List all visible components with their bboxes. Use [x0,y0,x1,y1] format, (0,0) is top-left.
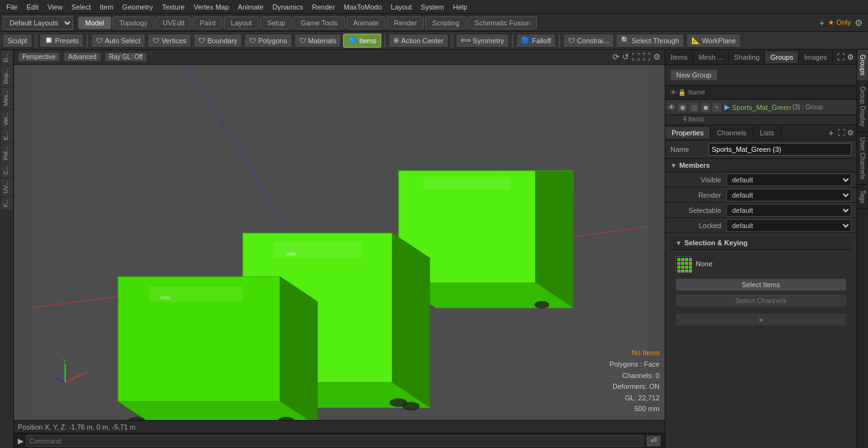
menu-animate[interactable]: Animate [234,2,267,12]
rp-tab-items[interactable]: Items [665,51,693,63]
action-center-button[interactable]: ⊕ Action Center [388,34,449,48]
props-tab-lists[interactable]: Lists [754,127,782,139]
rp-expand-icon[interactable]: ⛶ [837,53,844,62]
falloff-button[interactable]: 🔵 Falloff [516,34,556,48]
reset-icon[interactable]: ↺ [622,52,629,62]
settings-vp-icon[interactable]: ⚙ [653,52,661,62]
rvtab-tags[interactable]: Tags [857,185,868,209]
group-eye-icon[interactable]: 👁 [668,103,675,112]
left-tab-mesh[interactable]: Mes... [1,88,13,109]
tab-setup[interactable]: Setup [260,17,292,29]
boundary-button[interactable]: 🛡 Boundary [193,34,242,48]
menu-system[interactable]: System [417,2,448,12]
tab-scripting[interactable]: Scripting [425,17,466,29]
selectable-select[interactable]: default [726,204,851,217]
command-exec-button[interactable]: ⏎ [646,435,661,447]
rp-tab-groups[interactable]: Groups [765,51,799,63]
group-icon-3[interactable]: ◼ [700,102,710,112]
group-icon-4[interactable]: + [712,102,722,112]
left-tab-vert[interactable]: Ver... [1,110,13,128]
expand-viewport-icon[interactable]: ⛶ [642,52,651,62]
tab-schematic-fusion[interactable]: Schematic Fusion [468,17,537,29]
left-tab-c[interactable]: C... [1,163,13,177]
materials-button[interactable]: 🛡 Materials [294,34,342,48]
props-add-button[interactable]: + [825,128,837,138]
locked-select[interactable]: default [726,219,851,232]
props-expand-icon[interactable]: ⛶ [837,128,845,137]
tab-uvedit[interactable]: UVEdit [156,17,191,29]
layout-dropdown[interactable]: Default Layouts [3,16,73,30]
rp-settings-icon[interactable]: ⚙ [847,53,854,62]
menu-dynamics[interactable]: Dynamics [269,2,307,12]
menu-item[interactable]: Item [96,2,117,12]
left-tab-dup[interactable]: Dup... [1,66,13,86]
presets-button[interactable]: 🔲 Presets [39,34,84,48]
polygons-button[interactable]: 🛡 Polygons [244,34,292,48]
name-field-input[interactable] [709,143,851,156]
group-list-item[interactable]: 👁 ▣ ◻ ◼ + ▶ Sports_Mat_Green (3) : Group [665,100,857,115]
group-icon-2[interactable]: ◻ [689,102,699,112]
menu-edit[interactable]: Edit [23,2,43,12]
select-items-button[interactable]: Select Items [675,278,846,291]
viewport-3d[interactable]: nav nav [14,65,665,420]
plus-icon[interactable]: + [819,18,824,28]
new-group-button[interactable]: New Group [670,69,717,81]
auto-select-button[interactable]: 🛡 Auto Select [91,34,146,48]
rvtab-user-channels[interactable]: User Channels [857,132,868,185]
tab-render[interactable]: Render [387,17,424,29]
menu-layout[interactable]: Layout [387,2,416,12]
tab-game-tools[interactable]: Game Tools [294,17,345,29]
advanced-button[interactable]: Advanced [64,52,100,62]
vertices-button[interactable]: 🛡 Vertices [147,34,191,48]
menu-geometry[interactable]: Geometry [118,2,156,12]
left-tab-pol[interactable]: Pol... [1,144,13,163]
members-section-header[interactable]: ▼ Members [665,159,857,172]
items-button[interactable]: 🔷 Items [343,34,381,48]
symmetry-button[interactable]: ⟺ Symmetry [456,34,510,48]
menu-texture[interactable]: Texture [158,2,189,12]
eye-col-icon: 👁 [670,89,677,96]
visible-select[interactable]: default [726,173,851,186]
rp-tab-images[interactable]: Images [799,51,832,63]
left-tab-f[interactable]: F... [1,197,13,210]
menu-maxtomode[interactable]: MaxToModo [340,2,386,12]
rp-tab-shading[interactable]: Shading [729,51,765,63]
props-gear-icon[interactable]: ⚙ [847,128,854,137]
rp-tab-mesh[interactable]: Mesh ... [693,51,729,63]
menu-help[interactable]: Help [449,2,471,12]
menu-file[interactable]: File [3,2,22,12]
workplane-button[interactable]: 📐 WorkPlane [686,34,742,48]
render-select[interactable]: default [726,189,851,201]
settings-icon[interactable]: ⚙ [855,18,863,28]
menu-select[interactable]: Select [67,2,95,12]
ray-gl-button[interactable]: Ray GL: Off [105,52,147,62]
tab-animate[interactable]: Animate [346,17,386,29]
menu-render[interactable]: Render [308,2,339,12]
expand-button[interactable]: » [675,313,846,326]
menu-view[interactable]: View [44,2,67,12]
zoom-fit-icon[interactable]: ⛶ [632,52,640,62]
group-icon-1[interactable]: ▣ [677,102,688,112]
sculpt-button[interactable]: Sculpt [3,34,32,48]
star-only[interactable]: ★ Only [828,18,851,27]
select-through-button[interactable]: 🔍 Select Through [616,34,684,48]
rvtab-groups[interactable]: Groups [857,50,868,81]
rotate-icon[interactable]: ⟳ [613,52,620,62]
group-arrow-icon[interactable]: ▶ [724,103,729,111]
tab-model[interactable]: Model [78,17,111,29]
props-tab-properties[interactable]: Properties [665,127,710,139]
props-tab-channels[interactable]: Channels [710,127,753,139]
left-tab-default[interactable]: D... [1,51,13,65]
sel-keying-header[interactable]: ▼ Selection & Keying [670,236,851,250]
perspective-button[interactable]: Perspective [18,52,60,62]
command-input[interactable] [26,435,644,447]
tab-paint[interactable]: Paint [193,17,222,29]
rvtab-group-display[interactable]: Group Display [857,81,868,132]
left-tab-e[interactable]: E... [1,129,13,143]
sel-none-row: None [670,252,851,275]
menu-vertex-map[interactable]: Vertex Map [190,2,233,12]
left-tab-uv[interactable]: UV... [1,179,13,196]
tab-layout[interactable]: Layout [224,17,259,29]
constraints-button[interactable]: 🛡 Constrai... [563,34,614,48]
tab-topology[interactable]: Topology [112,17,154,29]
